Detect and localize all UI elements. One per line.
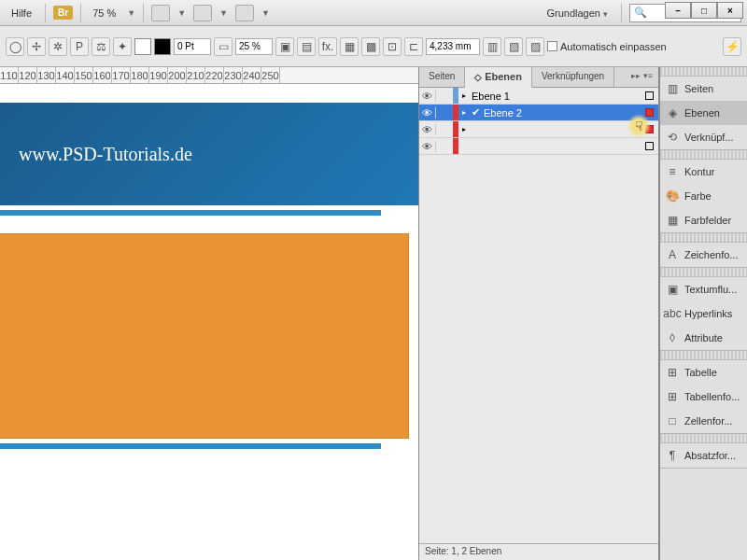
panel-icon: ¶ bbox=[665, 448, 680, 463]
tool-icon[interactable]: ▣ bbox=[275, 37, 294, 56]
panel-status: Seite: 1, 2 Ebenen bbox=[419, 543, 658, 560]
workspace-selector[interactable]: Grundlagen ▾ bbox=[541, 6, 613, 21]
dock-label: Seiten bbox=[684, 83, 713, 94]
dock-item-farbe[interactable]: 🎨Farbe bbox=[660, 184, 747, 208]
dock-item-tabelle[interactable]: ⊞Tabelle bbox=[660, 360, 747, 385]
panel-icon: A bbox=[665, 247, 680, 262]
divider-strip bbox=[0, 210, 381, 216]
tab-pages[interactable]: Seiten bbox=[419, 67, 465, 87]
document-canvas[interactable]: 1101201301401501601701801902002102202302… bbox=[0, 67, 418, 560]
tool-icon[interactable]: ▦ bbox=[340, 37, 359, 56]
panel-icon: ▦ bbox=[665, 213, 680, 228]
disclosure-icon[interactable]: ▸ bbox=[458, 91, 470, 100]
ruler-tick: 140 bbox=[56, 67, 75, 83]
visibility-icon[interactable]: 👁 bbox=[419, 107, 436, 119]
tool-icon[interactable]: ✦ bbox=[113, 37, 132, 56]
stroke-swatch[interactable] bbox=[154, 38, 171, 55]
dock-label: Absatzfor... bbox=[684, 450, 736, 461]
view-option-3[interactable] bbox=[235, 5, 254, 21]
tool-icon[interactable]: ✢ bbox=[27, 37, 46, 56]
tool-icon[interactable]: ▤ bbox=[297, 37, 316, 56]
disclosure-icon[interactable]: ▸ bbox=[458, 125, 470, 133]
dock-item-zeichenfo-[interactable]: AZeichenfo... bbox=[660, 243, 747, 267]
header-graphic[interactable]: ʃ www.PSD-Tutorials.de bbox=[0, 103, 418, 205]
tool-icon[interactable]: ⚖ bbox=[92, 37, 110, 56]
dock-label: Farbfelder bbox=[684, 215, 731, 226]
tool-icon[interactable]: ⊡ bbox=[383, 37, 402, 56]
minimize-button[interactable]: – bbox=[665, 2, 691, 19]
layer-name[interactable]: Ebene 1 bbox=[470, 91, 640, 102]
tab-links[interactable]: Verknüpfungen bbox=[532, 67, 614, 87]
layer-row[interactable]: 👁 ▸ ✔ Ebene 2 bbox=[419, 105, 658, 121]
layer-target[interactable] bbox=[640, 91, 658, 100]
maximize-button[interactable]: □ bbox=[691, 2, 717, 19]
visibility-icon[interactable]: 👁 bbox=[419, 141, 436, 152]
dock-item-textumflu-[interactable]: ▣Textumflu... bbox=[660, 277, 747, 301]
view-option-1[interactable] bbox=[151, 5, 170, 21]
crop-icon[interactable]: ⊏ bbox=[404, 37, 423, 56]
opacity-input[interactable]: 25 % bbox=[235, 38, 273, 55]
layers-panel: Seiten ◇ Ebenen Verknüpfungen ▸▸ ▾≡ 👁 ▸ … bbox=[418, 67, 659, 560]
disclosure-icon[interactable]: ▸ bbox=[458, 108, 470, 117]
layer-row[interactable]: 👁 ▸ Ebene 1 bbox=[419, 88, 658, 105]
dock-handle[interactable] bbox=[660, 67, 747, 77]
panel-icon: ▣ bbox=[665, 282, 680, 297]
ruler-tick: 170 bbox=[112, 67, 131, 83]
panel-menu-icon[interactable]: ▸▸ ▾≡ bbox=[626, 67, 658, 87]
stroke-weight-input[interactable]: 0 Pt bbox=[174, 38, 211, 55]
fill-swatch[interactable] bbox=[134, 38, 151, 55]
ruler-tick: 240 bbox=[243, 67, 261, 83]
tool-icon[interactable]: P bbox=[70, 37, 89, 56]
tool-icon[interactable]: ▨ bbox=[526, 37, 544, 56]
auto-fit-checkbox[interactable]: Automatisch einpassen bbox=[547, 41, 667, 52]
dock-handle[interactable] bbox=[660, 150, 747, 160]
window-controls: – □ × bbox=[665, 2, 743, 19]
visibility-icon[interactable]: 👁 bbox=[419, 91, 436, 102]
dock-item-hyperlinks[interactable]: abcHyperlinks bbox=[660, 301, 747, 326]
measurement-input[interactable]: 4,233 mm bbox=[426, 38, 480, 55]
panel-icon: ≡ bbox=[665, 164, 680, 179]
dock-handle[interactable] bbox=[660, 434, 747, 443]
dock-item-absatzfor-[interactable]: ¶Absatzfor... bbox=[660, 443, 747, 468]
bridge-button[interactable]: Br bbox=[53, 6, 73, 20]
close-button[interactable]: × bbox=[717, 2, 743, 19]
tool-icon[interactable]: ▩ bbox=[361, 37, 380, 56]
dock-item-zellenfor-[interactable]: □Zellenfor... bbox=[660, 409, 747, 433]
layer-row[interactable]: 👁 ▸ bbox=[419, 121, 658, 138]
layer-target[interactable] bbox=[640, 142, 658, 150]
dock-label: Kontur bbox=[684, 166, 714, 177]
tab-layers[interactable]: ◇ Ebenen bbox=[465, 67, 532, 88]
ruler-tick: 120 bbox=[19, 67, 37, 83]
layer-name[interactable]: Ebene 2 bbox=[482, 107, 640, 119]
panel-icon: ⟲ bbox=[665, 130, 680, 145]
tool-icon[interactable]: ◯ bbox=[6, 37, 24, 56]
dock-handle[interactable] bbox=[660, 268, 747, 277]
ruler-tick: 200 bbox=[168, 67, 187, 83]
dock-item-ebenen[interactable]: ◈Ebenen bbox=[660, 101, 747, 125]
dock-item-kontur[interactable]: ≡Kontur bbox=[660, 160, 747, 184]
zoom-level[interactable]: 75 % bbox=[89, 6, 120, 21]
dock-item-farbfelder[interactable]: ▦Farbfelder bbox=[660, 208, 747, 232]
dock-handle[interactable] bbox=[660, 351, 747, 360]
tool-icon[interactable]: ▭ bbox=[214, 37, 233, 56]
chevron-down-icon[interactable]: ▼ bbox=[127, 8, 135, 18]
tool-icon[interactable]: ✲ bbox=[49, 37, 67, 56]
dock-label: Hyperlinks bbox=[684, 308, 732, 319]
tool-icon[interactable]: ▥ bbox=[483, 37, 501, 56]
orange-rectangle[interactable] bbox=[0, 233, 409, 439]
flyout-icon[interactable]: ⚡ bbox=[723, 37, 741, 56]
fx-button[interactable]: fx. bbox=[318, 37, 337, 56]
dock-item-attribute[interactable]: ◊Attribute bbox=[660, 326, 747, 350]
header-url-text: www.PSD-Tutorials.de bbox=[19, 144, 192, 165]
visibility-icon[interactable]: 👁 bbox=[419, 124, 436, 135]
help-menu[interactable]: Hilfe bbox=[6, 6, 37, 21]
dock-item-verkn-pf-[interactable]: ⟲Verknüpf... bbox=[660, 125, 747, 149]
dock-item-seiten[interactable]: ▥Seiten bbox=[660, 77, 747, 101]
dock-handle[interactable] bbox=[660, 233, 747, 243]
tool-icon[interactable]: ▧ bbox=[504, 37, 523, 56]
dock-item-tabellenfo-[interactable]: ⊞Tabellenfo... bbox=[660, 385, 747, 409]
panel-icon: ⊞ bbox=[665, 365, 680, 380]
layer-row[interactable]: 👁 bbox=[419, 138, 658, 155]
view-option-2[interactable] bbox=[193, 5, 212, 21]
cursor-indicator: ☟ bbox=[627, 114, 651, 138]
